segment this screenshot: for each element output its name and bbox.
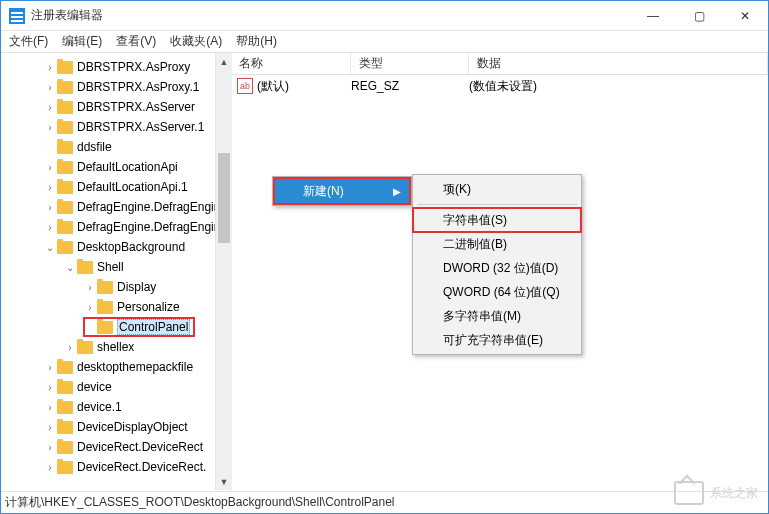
tree-item[interactable]: ›shellex [1, 337, 230, 357]
expand-icon[interactable]: › [45, 222, 55, 233]
context-item-label: 二进制值(B) [443, 236, 507, 253]
folder-icon [97, 301, 113, 314]
context-item-label: 多字符串值(M) [443, 308, 521, 325]
folder-icon [77, 261, 93, 274]
menubar: 文件(F) 编辑(E) 查看(V) 收藏夹(A) 帮助(H) [1, 31, 768, 53]
context-menu: 新建(N) ▶ [272, 176, 412, 206]
context-item-qword[interactable]: QWORD (64 位)值(Q) [413, 280, 581, 304]
folder-icon [57, 401, 73, 414]
collapse-icon[interactable]: ⌄ [45, 242, 55, 253]
folder-icon [57, 461, 73, 474]
expand-icon[interactable]: › [45, 102, 55, 113]
expand-icon[interactable]: › [45, 82, 55, 93]
tree-item[interactable]: ›Display [1, 277, 230, 297]
expand-icon[interactable]: › [45, 462, 55, 473]
expand-icon[interactable]: › [45, 62, 55, 73]
tree-item[interactable]: ›device.1 [1, 397, 230, 417]
tree-item[interactable]: ddsfile [1, 137, 230, 157]
context-item-multistring[interactable]: 多字符串值(M) [413, 304, 581, 328]
expand-icon[interactable]: › [85, 282, 95, 293]
maximize-button[interactable]: ▢ [676, 1, 722, 31]
scroll-up-icon[interactable]: ▲ [216, 53, 232, 70]
tree-item[interactable]: ›device [1, 377, 230, 397]
menu-separator [417, 204, 577, 205]
window-title: 注册表编辑器 [31, 7, 630, 24]
expand-icon[interactable]: › [45, 402, 55, 413]
workspace: ›DBRSTPRX.AsProxy›DBRSTPRX.AsProxy.1›DBR… [1, 53, 768, 491]
close-button[interactable]: ✕ [722, 1, 768, 31]
tree-item[interactable]: ›DBRSTPRX.AsProxy.1 [1, 77, 230, 97]
context-submenu-new: 项(K) 字符串值(S) 二进制值(B) DWORD (32 位)值(D) QW… [412, 174, 582, 355]
tree-item-label: DefragEngine.DefragEngine [77, 220, 227, 234]
col-header-type[interactable]: 类型 [351, 53, 469, 74]
folder-icon [57, 381, 73, 394]
folder-icon [57, 201, 73, 214]
tree-item[interactable]: ›DBRSTPRX.AsServer [1, 97, 230, 117]
context-item-key[interactable]: 项(K) [413, 177, 581, 201]
context-item-label: 新建(N) [303, 183, 344, 200]
tree-item[interactable]: ›DeviceRect.DeviceRect. [1, 457, 230, 477]
tree-item[interactable]: ›DeviceRect.DeviceRect [1, 437, 230, 457]
scroll-down-icon[interactable]: ▼ [216, 473, 232, 490]
tree-item[interactable]: ⌄DesktopBackground [1, 237, 230, 257]
menu-view[interactable]: 查看(V) [116, 33, 156, 50]
expand-icon[interactable]: › [45, 182, 55, 193]
tree-item-label: Shell [97, 260, 124, 274]
context-item-dword[interactable]: DWORD (32 位)值(D) [413, 256, 581, 280]
tree-pane[interactable]: ›DBRSTPRX.AsProxy›DBRSTPRX.AsProxy.1›DBR… [1, 53, 231, 491]
list-row[interactable]: ab (默认) REG_SZ (数值未设置) [231, 75, 768, 97]
menu-edit[interactable]: 编辑(E) [62, 33, 102, 50]
tree-item-label: DBRSTPRX.AsProxy.1 [77, 80, 199, 94]
tree-item-label: DeviceRect.DeviceRect. [77, 460, 206, 474]
folder-icon [57, 81, 73, 94]
expand-icon[interactable]: › [45, 442, 55, 453]
tree-item-label: DefaultLocationApi.1 [77, 180, 188, 194]
col-header-data[interactable]: 数据 [469, 53, 768, 74]
menu-help[interactable]: 帮助(H) [236, 33, 277, 50]
context-item-stringvalue[interactable]: 字符串值(S) [413, 208, 581, 232]
scroll-thumb[interactable] [218, 153, 230, 243]
folder-icon [57, 181, 73, 194]
expand-icon[interactable]: › [45, 362, 55, 373]
window-controls: — ▢ ✕ [630, 1, 768, 31]
tree-item[interactable]: ›DefaultLocationApi.1 [1, 177, 230, 197]
tree-item[interactable]: ControlPanel [1, 317, 230, 337]
tree-item[interactable]: ›DBRSTPRX.AsServer.1 [1, 117, 230, 137]
expand-icon[interactable]: › [45, 122, 55, 133]
expand-icon[interactable]: › [45, 382, 55, 393]
menu-file[interactable]: 文件(F) [9, 33, 48, 50]
tree-item[interactable]: ›DefaultLocationApi [1, 157, 230, 177]
tree-item[interactable]: ›DBRSTPRX.AsProxy [1, 57, 230, 77]
expand-icon[interactable]: › [45, 162, 55, 173]
context-item-new[interactable]: 新建(N) ▶ [275, 179, 409, 203]
tree-item-label: DBRSTPRX.AsServer [77, 100, 195, 114]
tree-item[interactable]: ›DefragEngine.DefragEngine [1, 217, 230, 237]
tree-item-label: ControlPanel [117, 319, 190, 335]
folder-icon [57, 241, 73, 254]
minimize-button[interactable]: — [630, 1, 676, 31]
menu-favorites[interactable]: 收藏夹(A) [170, 33, 222, 50]
tree-item[interactable]: ⌄Shell [1, 257, 230, 277]
list-header: 名称 类型 数据 [231, 53, 768, 75]
tree-item[interactable]: ›DeviceDisplayObject [1, 417, 230, 437]
folder-icon [97, 321, 113, 334]
string-value-icon: ab [237, 78, 253, 94]
folder-icon [57, 161, 73, 174]
tree-item-label: Display [117, 280, 156, 294]
tree-item[interactable]: ›Personalize [1, 297, 230, 317]
col-header-name[interactable]: 名称 [231, 53, 351, 74]
context-item-binaryvalue[interactable]: 二进制值(B) [413, 232, 581, 256]
context-item-expandstring[interactable]: 可扩充字符串值(E) [413, 328, 581, 352]
tree-item-label: DefaultLocationApi [77, 160, 178, 174]
collapse-icon[interactable]: ⌄ [65, 262, 75, 273]
expand-icon[interactable]: › [85, 302, 95, 313]
folder-icon [57, 121, 73, 134]
cell-type: REG_SZ [351, 79, 469, 93]
tree-item[interactable]: ›DefragEngine.DefragEngine [1, 197, 230, 217]
expand-icon[interactable]: › [45, 422, 55, 433]
tree-scrollbar[interactable]: ▲ ▼ [215, 53, 232, 490]
expand-icon[interactable]: › [65, 342, 75, 353]
tree-item-label: shellex [97, 340, 134, 354]
tree-item[interactable]: ›desktopthemepackfile [1, 357, 230, 377]
expand-icon[interactable]: › [45, 202, 55, 213]
